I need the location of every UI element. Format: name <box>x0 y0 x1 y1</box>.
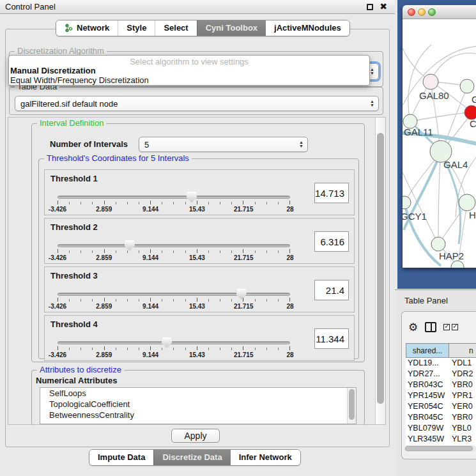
table-row[interactable]: YER054CYER0 <box>406 401 476 412</box>
table-row[interactable]: YDL19...YDL1 <box>406 358 476 369</box>
table-data-combobox[interactable]: galFiltered.sif default node ▲▼ <box>15 96 379 111</box>
threshold-4-box: Threshold 4 -3.426 2.859 9.144 15.43 21.… <box>44 315 355 361</box>
control-panel-titlebar: Control Panel ✖ <box>0 0 395 14</box>
threshold-4-slider[interactable]: -3.426 2.859 9.144 15.43 21.715 28 <box>58 341 290 360</box>
tab-select[interactable]: Select <box>155 20 196 36</box>
close-icon[interactable]: ✖ <box>380 1 387 12</box>
network-node-label: GAL80 <box>419 90 449 101</box>
tick-label: 28 <box>286 206 293 213</box>
threshold-3-slider[interactable]: -3.426 2.859 9.144 15.43 21.715 28 <box>58 293 290 312</box>
network-icon <box>65 24 73 32</box>
thresholds-group: Threshold's Coordinates for 5 Intervals … <box>38 158 359 359</box>
network-edge[interactable] <box>431 53 476 82</box>
scrollbar-thumb[interactable] <box>377 133 384 404</box>
network-node[interactable] <box>460 79 474 93</box>
close-traffic-light[interactable] <box>408 8 415 16</box>
gear-icon[interactable]: ⚙ <box>408 321 418 334</box>
table-row[interactable]: YLR345WYLR3 <box>406 434 476 445</box>
list-item[interactable]: SelfLoops <box>40 388 356 399</box>
threshold-4-value-field[interactable]: 11.344 <box>314 328 349 349</box>
cyni-mode-tabs: Impute Data Discretize Data Infer Networ… <box>89 449 301 466</box>
network-edge[interactable] <box>438 153 441 243</box>
table-toolbar: ⚙ <box>402 312 476 342</box>
threshold-3-label: Threshold 3 <box>50 271 98 280</box>
tab-jactivemnodules[interactable]: jActiveMNodules <box>266 20 349 36</box>
network-node[interactable] <box>451 261 464 268</box>
list-item[interactable]: BetweennessCentrality <box>40 410 356 420</box>
slider-track[interactable] <box>58 293 290 296</box>
tick-label: 21.715 <box>234 206 254 213</box>
numerical-attributes-list[interactable]: SelfLoops TopologicalCoefficient Between… <box>40 387 357 424</box>
threshold-1-label: Threshold 1 <box>50 174 98 183</box>
column-layout-icon[interactable] <box>425 322 436 332</box>
node-table-window: ⚙ shared... n YDL19...YDL1 YDR27...YDR2 … <box>401 311 476 459</box>
settings-scrollbar[interactable] <box>375 118 385 424</box>
number-of-intervals-combobox[interactable]: 5 ▲▼ <box>139 137 308 152</box>
tab-cyni-toolbox[interactable]: Cyni Toolbox <box>197 20 266 36</box>
network-node-label: HAP2 <box>439 250 464 261</box>
tab-impute-data[interactable]: Impute Data <box>89 450 153 465</box>
minimize-traffic-light[interactable] <box>418 8 426 16</box>
network-node[interactable] <box>403 196 411 209</box>
network-node-label: H <box>469 210 476 220</box>
table-row[interactable]: YPR145WYPR1 <box>406 390 476 401</box>
tick-label: 9.144 <box>142 206 158 213</box>
tab-network[interactable]: Network <box>56 20 118 36</box>
list-item[interactable]: TopologicalCoefficient <box>40 399 356 410</box>
network-canvas-svg: GAL80GACGAL11GAL4GCY1HHAP2 <box>403 19 476 268</box>
tick-label: 2.859 <box>96 206 112 213</box>
interval-definition-group: Interval Definition Number of Intervals … <box>31 123 365 362</box>
threshold-1-value-field[interactable]: 14.713 <box>314 183 349 203</box>
table-row[interactable]: YDR27...YDR2 <box>406 369 476 380</box>
column-header-shared-name[interactable]: shared... <box>406 343 449 358</box>
threshold-1-box: Threshold 1 -3.426 2.859 9.144 15.43 21.… <box>44 169 355 215</box>
number-of-intervals-value: 5 <box>144 140 149 150</box>
threshold-1-slider[interactable]: -3.426 2.859 9.144 15.43 21.715 28 <box>58 196 290 215</box>
table-row[interactable]: YBR043CYBR0 <box>406 380 476 390</box>
network-window-titlebar[interactable] <box>403 5 476 19</box>
tab-network-label: Network <box>77 23 109 33</box>
table-horizontal-scrollbar[interactable] <box>404 445 476 452</box>
threshold-2-value-field[interactable]: 6.316 <box>314 231 349 252</box>
network-node[interactable] <box>431 237 445 251</box>
network-node[interactable] <box>423 74 438 89</box>
network-window-frame: GAL80GACGAL11GAL4GCY1HHAP2 <box>397 0 476 289</box>
column-header-name[interactable]: n <box>449 343 476 358</box>
float-window-icon[interactable] <box>367 4 373 10</box>
tab-infer-network[interactable]: Infer Network <box>231 450 300 465</box>
network-canvas[interactable]: GAL80GACGAL11GAL4GCY1HHAP2 <box>403 19 476 268</box>
settings-scrollpane: Interval Definition Number of Intervals … <box>8 117 386 425</box>
checkbox-icon <box>443 324 450 330</box>
algorithm-dropdown-popup: Select algorithm to view settings Manual… <box>8 55 370 86</box>
combo-arrows-icon: ▲▼ <box>370 100 374 107</box>
scrollbar-thumb[interactable] <box>405 446 473 451</box>
select-columns-icon[interactable] <box>443 324 458 330</box>
threshold-2-slider[interactable]: -3.426 2.859 9.144 15.43 21.715 28 <box>58 244 290 263</box>
combo-arrows-icon: ▲▼ <box>370 68 374 75</box>
tick-label: 15.43 <box>189 206 205 213</box>
network-view-window: GAL80GACGAL11GAL4GCY1HHAP2 <box>403 5 476 268</box>
number-of-intervals-label: Number of Intervals <box>50 139 128 149</box>
combo-arrows-icon: ▲▼ <box>299 141 303 148</box>
threshold-3-value-field[interactable]: 21.4 <box>314 280 349 300</box>
algorithm-option-manual[interactable]: Manual Discretization <box>9 66 369 75</box>
table-data-group: Table Data galFiltered.sif default node … <box>9 87 383 115</box>
table-row[interactable]: YBL079WYBL0 <box>406 423 476 434</box>
control-panel-tabs: Network Style Select Cyni Toolbox jActiv… <box>56 20 350 36</box>
tab-style[interactable]: Style <box>118 20 155 36</box>
network-node[interactable] <box>459 194 475 211</box>
algorithm-option-equal-width[interactable]: Equal Width/Frequency Discretization <box>9 75 369 85</box>
attributes-scrollbar[interactable] <box>347 388 356 424</box>
slider-track[interactable] <box>58 196 290 199</box>
table-row[interactable]: YBR045CYBR0 <box>406 412 476 423</box>
apply-button[interactable]: Apply <box>171 429 220 443</box>
discretization-algorithm-label: Discretization Algorithm <box>15 46 107 56</box>
zoom-traffic-light[interactable] <box>428 8 436 16</box>
slider-track[interactable] <box>58 244 290 247</box>
network-node-label: GAL11 <box>404 127 433 137</box>
tab-discretize-data[interactable]: Discretize Data <box>153 450 230 465</box>
table-panel: Table Panel ⚙ shared... n YDL19...YDL1 Y… <box>395 289 476 476</box>
network-edge[interactable] <box>410 112 470 121</box>
network-node[interactable] <box>464 105 476 119</box>
slider-track[interactable] <box>58 341 290 344</box>
